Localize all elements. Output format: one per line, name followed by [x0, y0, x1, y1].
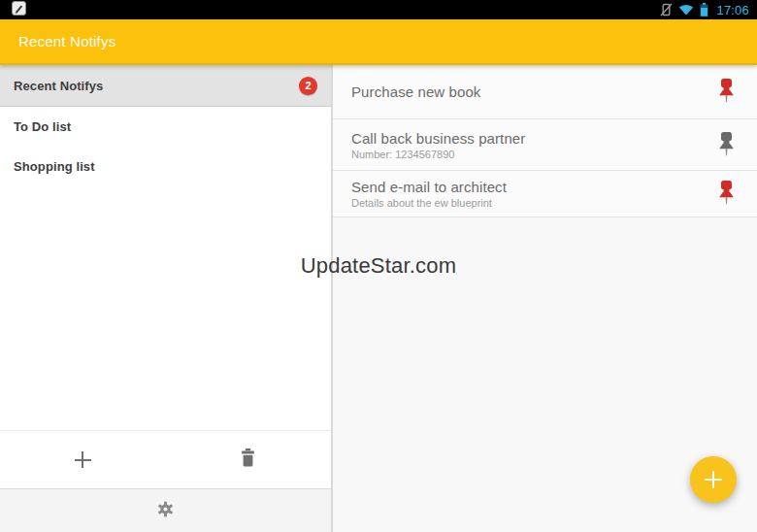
add-note-fab[interactable]	[690, 456, 737, 503]
sidebar-list: Recent Notifys 2 To Do list Shopping lis…	[0, 65, 331, 186]
note-subtitle: Number: 1234567890	[351, 149, 717, 160]
plus-icon	[705, 471, 722, 488]
lists-sidebar: Recent Notifys 2 To Do list Shopping lis…	[0, 65, 333, 532]
note-text: Call back business partner Number: 12345…	[351, 130, 717, 160]
add-list-button[interactable]	[0, 431, 166, 488]
status-bar: 17:06	[0, 0, 757, 19]
pushpin-icon[interactable]	[717, 181, 736, 207]
settings-bar	[0, 488, 331, 532]
note-title: Call back business partner	[351, 130, 717, 147]
wifi-icon	[678, 4, 694, 16]
sidebar-toolbar	[0, 430, 331, 488]
delete-list-button[interactable]	[166, 431, 332, 488]
action-bar: Recent Notifys	[0, 19, 757, 65]
settings-button[interactable]	[143, 489, 189, 532]
note-title: Send e-mail to architect	[351, 179, 717, 195]
page-title: Recent Notifys	[18, 33, 115, 50]
battery-icon	[700, 3, 708, 17]
plus-icon	[75, 451, 91, 468]
sidebar-spacer	[0, 186, 331, 430]
content-area: Recent Notifys 2 To Do list Shopping lis…	[0, 65, 757, 532]
sidebar-item-shopping-list[interactable]: Shopping list	[0, 147, 331, 186]
notes-list-panel: Purchase new book Call	[333, 65, 757, 532]
clock-time: 17:06	[716, 3, 749, 17]
unread-count-badge: 2	[299, 77, 317, 95]
sidebar-item-recent-notifys[interactable]: Recent Notifys 2	[0, 65, 331, 107]
trash-icon	[241, 449, 255, 471]
note-text: Purchase new book	[351, 83, 717, 100]
note-subtitle: Details about the ew blueprint	[351, 197, 717, 209]
note-text: Send e-mail to architect Details about t…	[351, 179, 717, 209]
vibrate-icon	[660, 3, 673, 17]
note-notification-icon	[12, 1, 26, 19]
app-screen: 17:06 Recent Notifys Recent Notifys 2 To…	[0, 0, 757, 532]
gear-icon	[157, 501, 174, 521]
sidebar-item-label: Recent Notifys	[14, 79, 103, 93]
note-title: Purchase new book	[351, 83, 717, 100]
note-item[interactable]: Send e-mail to architect Details about t…	[333, 171, 757, 217]
sidebar-item-label: To Do list	[14, 119, 71, 134]
pushpin-icon[interactable]	[717, 79, 736, 105]
sidebar-item-label: Shopping list	[14, 159, 95, 174]
pushpin-icon[interactable]	[717, 132, 736, 158]
note-item[interactable]: Call back business partner Number: 12345…	[333, 119, 757, 171]
sidebar-item-todo-list[interactable]: To Do list	[0, 107, 331, 147]
note-item[interactable]: Purchase new book	[333, 65, 757, 119]
